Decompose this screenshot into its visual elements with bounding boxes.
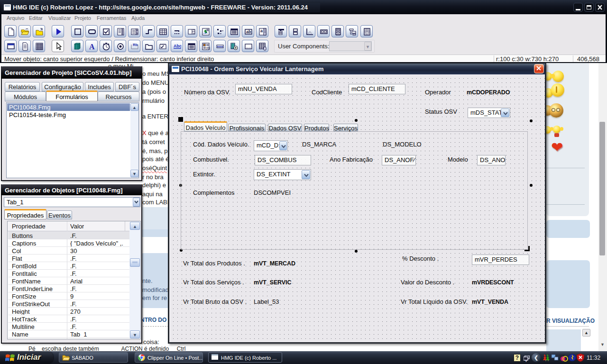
svg-text:ab: ab (246, 29, 251, 34)
svg-text:Rb: Rb (206, 46, 210, 50)
svg-text:A: A (89, 43, 95, 51)
svg-text:Rb: Rb (133, 43, 138, 47)
svg-text:Abcd: Abcd (174, 44, 182, 48)
